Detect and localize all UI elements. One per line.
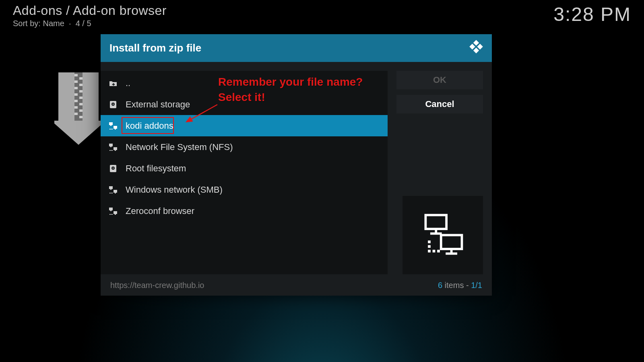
svg-rect-2 [79,77,83,80]
kodi-logo-icon [469,40,483,56]
zip-background-icon [54,68,103,149]
file-row[interactable]: External storage [101,94,388,115]
dialog-title: Install from zip file [109,42,201,54]
svg-rect-22 [109,122,113,125]
svg-rect-30 [110,146,111,147]
file-row[interactable]: Network File System (NFS) [101,136,388,158]
sort-label: Sort by: Name [13,19,64,28]
svg-rect-25 [115,129,116,130]
install-from-zip-dialog: Install from zip file ..External storage… [101,34,492,296]
svg-rect-27 [111,129,111,130]
file-row[interactable]: Windows network (SMB) [101,179,388,200]
file-row[interactable]: Root filesystem [101,158,388,179]
svg-rect-11 [74,106,78,109]
svg-rect-45 [112,193,113,193]
svg-rect-32 [115,150,116,151]
cancel-button[interactable]: Cancel [396,95,483,113]
svg-rect-31 [114,147,117,150]
file-row[interactable]: kodi addons [101,115,388,136]
svg-rect-8 [79,97,83,99]
svg-rect-62 [432,250,435,253]
svg-rect-63 [437,250,440,253]
svg-rect-41 [114,190,117,193]
source-preview [402,196,483,274]
current-path: https://team-crew.github.io [110,281,204,290]
disk-icon [108,163,118,174]
svg-rect-26 [109,129,110,130]
svg-rect-12 [79,109,83,112]
svg-rect-59 [428,241,431,243]
svg-rect-9 [74,100,78,102]
dialog-titlebar: Install from zip file [101,34,492,62]
svg-rect-44 [111,193,111,193]
svg-rect-4 [79,84,83,86]
file-row-label: Zeroconf browser [126,206,194,216]
list-position: 4 / 5 [76,19,91,28]
svg-rect-42 [115,193,116,193]
svg-rect-60 [428,245,431,248]
network-computers-icon [418,212,468,258]
svg-rect-10 [79,103,83,105]
svg-rect-6 [79,90,83,93]
svg-rect-33 [109,150,110,151]
svg-rect-61 [428,250,431,253]
file-row-label: .. [126,78,130,88]
file-row-label: Windows network (SMB) [126,185,223,195]
network-icon [108,121,118,131]
file-row[interactable]: .. [101,72,388,94]
svg-rect-24 [114,126,117,129]
file-row-label: Root filesystem [126,163,186,174]
svg-rect-35 [112,150,113,151]
svg-rect-7 [74,93,78,96]
svg-rect-5 [74,87,78,89]
svg-point-38 [113,167,114,169]
folder-up-icon [108,78,118,88]
svg-rect-15 [473,40,479,45]
svg-rect-28 [112,129,113,130]
sort-info: Sort by: Name · 4 / 5 [13,19,167,28]
disk-icon [108,99,118,110]
svg-rect-50 [109,214,110,215]
file-row[interactable]: Zeroconf browser [101,200,388,222]
svg-rect-39 [109,186,113,189]
svg-rect-16 [477,44,483,49]
svg-rect-46 [109,208,113,210]
svg-rect-47 [110,210,111,211]
network-icon [108,142,118,152]
file-row-label: External storage [126,99,190,110]
svg-point-21 [113,103,114,105]
svg-rect-1 [74,74,78,76]
svg-rect-17 [469,44,475,49]
network-icon [108,206,118,216]
file-row-label: kodi addons [126,121,173,131]
svg-rect-52 [112,214,113,215]
svg-rect-34 [111,150,111,151]
svg-rect-40 [110,189,111,190]
svg-rect-49 [115,214,116,215]
file-list[interactable]: ..External storagekodi addonsNetwork Fil… [101,71,388,274]
network-icon [108,185,118,195]
svg-rect-3 [74,80,78,83]
clock: 3:28 PM [553,3,631,25]
svg-rect-43 [109,193,110,193]
svg-rect-18 [473,47,479,53]
svg-rect-51 [111,214,111,215]
svg-rect-29 [109,144,113,146]
svg-rect-23 [110,125,111,126]
svg-rect-48 [114,211,117,214]
svg-rect-14 [79,116,83,118]
item-count: 6 items - 1/1 [438,281,482,290]
svg-rect-13 [74,113,78,115]
breadcrumb: Add-ons / Add-on browser [13,3,167,18]
svg-rect-56 [441,235,462,249]
ok-button[interactable]: OK [396,71,483,89]
svg-rect-53 [425,215,446,229]
file-row-label: Network File System (NFS) [126,142,233,152]
